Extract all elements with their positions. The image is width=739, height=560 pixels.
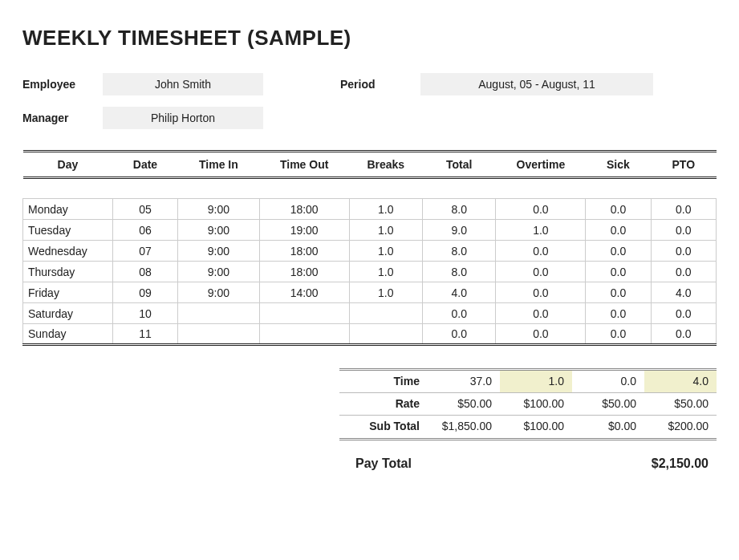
cell-breaks[interactable]: 1.0 [349, 282, 422, 303]
cell-sick[interactable]: 0.0 [586, 282, 651, 303]
cell-time-out[interactable]: 19:00 [259, 220, 349, 241]
cell-overtime: 0.0 [496, 303, 586, 324]
summary-rate-pto: $50.00 [644, 393, 717, 416]
table-row: Wednesday 07 9:00 18:00 1.0 8.0 0.0 0.0 … [23, 241, 717, 262]
cell-day: Wednesday [23, 241, 113, 262]
cell-time-out[interactable]: 18:00 [259, 262, 349, 282]
cell-day: Friday [23, 282, 113, 303]
page-title: WEEKLY TIMESHEET (SAMPLE) [22, 26, 717, 51]
manager-field[interactable]: Philip Horton [103, 107, 263, 129]
cell-overtime: 1.0 [496, 220, 586, 241]
cell-date[interactable]: 05 [112, 199, 177, 220]
header-time-in: Time In [178, 152, 260, 178]
cell-time-out[interactable]: 18:00 [259, 199, 349, 220]
summary-sub-total: $1,850.00 [428, 416, 500, 438]
table-row: Tuesday 06 9:00 19:00 1.0 9.0 1.0 0.0 0.… [23, 220, 717, 241]
cell-date[interactable]: 09 [112, 282, 177, 303]
cell-overtime: 0.0 [496, 282, 586, 303]
cell-total: 8.0 [423, 262, 496, 282]
summary-panel: Time 37.0 1.0 0.0 4.0 Rate $50.00 $100.0… [339, 368, 717, 440]
cell-total: 8.0 [423, 241, 496, 262]
header-day: Day [23, 152, 113, 178]
summary-time-label: Time [339, 371, 428, 393]
cell-overtime: 0.0 [496, 324, 586, 345]
header-pto: PTO [651, 152, 716, 178]
cell-sick[interactable]: 0.0 [586, 199, 651, 220]
cell-breaks[interactable] [349, 324, 422, 345]
header-date: Date [112, 152, 177, 178]
header-breaks: Breaks [349, 152, 422, 178]
pay-total-label: Pay Total [355, 457, 412, 471]
timesheet-table: Day Date Time In Time Out Breaks Total O… [22, 150, 717, 346]
summary-rate-ot: $100.00 [500, 393, 572, 416]
cell-time-in[interactable]: 9:00 [178, 241, 260, 262]
employee-label: Employee [22, 78, 96, 91]
cell-time-in[interactable]: 9:00 [178, 199, 260, 220]
cell-time-in[interactable] [178, 324, 260, 345]
cell-total: 9.0 [423, 220, 496, 241]
cell-time-in[interactable]: 9:00 [178, 282, 260, 303]
summary-rate-total: $50.00 [428, 393, 500, 416]
header-total: Total [423, 152, 496, 178]
cell-total: 0.0 [423, 303, 496, 324]
cell-date[interactable]: 06 [112, 220, 177, 241]
cell-sick[interactable]: 0.0 [586, 324, 651, 345]
cell-date[interactable]: 08 [112, 262, 177, 282]
cell-pto[interactable]: 0.0 [651, 199, 716, 220]
header-sick: Sick [586, 152, 651, 178]
cell-time-out[interactable]: 14:00 [259, 282, 349, 303]
cell-time-out[interactable]: 18:00 [259, 241, 349, 262]
summary-time-sick: 0.0 [572, 371, 644, 393]
cell-pto[interactable]: 0.0 [651, 303, 716, 324]
table-row: Sunday 11 0.0 0.0 0.0 0.0 [23, 324, 717, 345]
table-row: Monday 05 9:00 18:00 1.0 8.0 0.0 0.0 0.0 [23, 199, 717, 220]
table-row: Friday 09 9:00 14:00 1.0 4.0 0.0 0.0 4.0 [23, 282, 717, 303]
summary-sub-ot: $100.00 [500, 416, 572, 438]
summary-time-pto: 4.0 [644, 371, 717, 393]
cell-overtime: 0.0 [496, 241, 586, 262]
table-row: Saturday 10 0.0 0.0 0.0 0.0 [23, 303, 717, 324]
summary-sub-pto: $200.00 [644, 416, 717, 438]
cell-date[interactable]: 07 [112, 241, 177, 262]
summary-rate-row: Rate $50.00 $100.00 $50.00 $50.00 [339, 393, 717, 416]
cell-pto[interactable]: 0.0 [651, 262, 716, 282]
cell-breaks[interactable]: 1.0 [349, 199, 422, 220]
employee-field[interactable]: John Smith [103, 73, 263, 95]
cell-pto[interactable]: 0.0 [651, 220, 716, 241]
summary-time-ot: 1.0 [500, 371, 572, 393]
cell-time-in[interactable]: 9:00 [178, 220, 260, 241]
cell-sick[interactable]: 0.0 [586, 303, 651, 324]
cell-pto[interactable]: 4.0 [651, 282, 716, 303]
cell-time-out[interactable] [259, 303, 349, 324]
employee-row: Employee John Smith Period August, 05 - … [22, 73, 717, 95]
cell-date[interactable]: 11 [112, 324, 177, 345]
cell-sick[interactable]: 0.0 [586, 220, 651, 241]
cell-breaks[interactable]: 1.0 [349, 241, 422, 262]
cell-time-out[interactable] [259, 324, 349, 345]
header-row: Day Date Time In Time Out Breaks Total O… [23, 152, 717, 178]
cell-breaks[interactable]: 1.0 [349, 262, 422, 282]
cell-date[interactable]: 10 [112, 303, 177, 324]
cell-pto[interactable]: 0.0 [651, 241, 716, 262]
manager-label: Manager [22, 112, 96, 124]
summary-sub-sick: $0.00 [572, 416, 644, 438]
cell-day: Monday [23, 199, 113, 220]
period-field[interactable]: August, 05 - August, 11 [420, 73, 653, 95]
cell-breaks[interactable] [349, 303, 422, 324]
manager-row: Manager Philip Horton [22, 107, 717, 129]
table-row: Thursday 08 9:00 18:00 1.0 8.0 0.0 0.0 0… [23, 262, 717, 282]
summary-rate-label: Rate [339, 393, 428, 416]
cell-breaks[interactable]: 1.0 [349, 220, 422, 241]
summary-time-row: Time 37.0 1.0 0.0 4.0 [339, 371, 717, 393]
cell-total: 8.0 [423, 199, 496, 220]
header-overtime: Overtime [496, 152, 586, 178]
cell-day: Saturday [23, 303, 113, 324]
period-label: Period [340, 78, 414, 91]
cell-time-in[interactable]: 9:00 [178, 262, 260, 282]
cell-sick[interactable]: 0.0 [586, 241, 651, 262]
cell-sick[interactable]: 0.0 [586, 262, 651, 282]
cell-pto[interactable]: 0.0 [651, 324, 716, 345]
summary-time-total: 37.0 [428, 371, 500, 393]
cell-time-in[interactable] [178, 303, 260, 324]
cell-overtime: 0.0 [496, 199, 586, 220]
